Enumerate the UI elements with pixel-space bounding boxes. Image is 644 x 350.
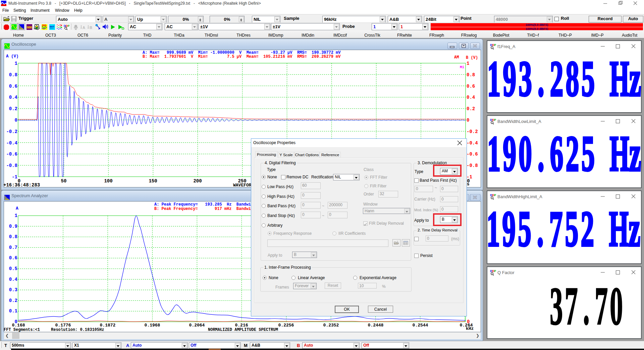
svg-text:P: P (68, 24, 69, 28)
svg-text:B: B (90, 26, 92, 30)
svg-text:P: P (494, 193, 496, 197)
svg-text:A: A (83, 26, 85, 30)
svg-text:P: P (494, 118, 496, 122)
svg-text:DUT: DUT (50, 25, 55, 28)
svg-text:P: P (494, 43, 496, 47)
svg-text:888: 888 (27, 26, 32, 30)
svg-text:P: P (494, 269, 496, 273)
